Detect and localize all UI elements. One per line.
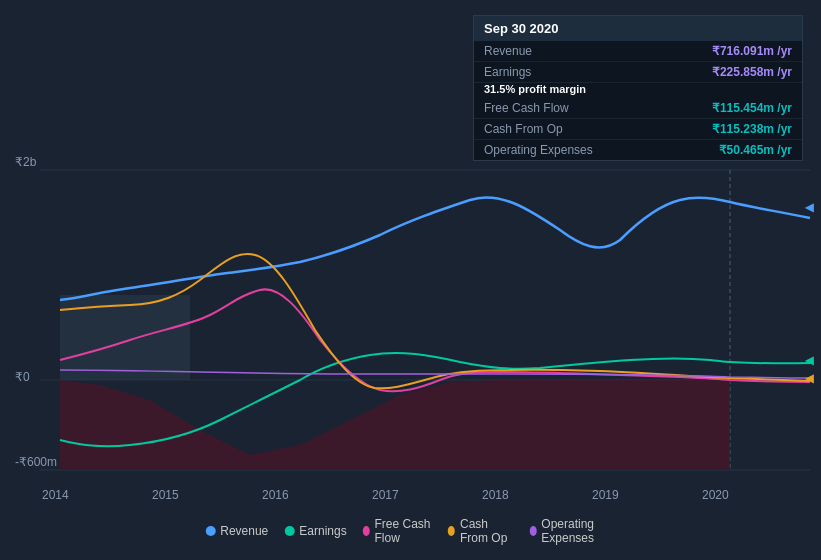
cashop-label: Cash From Op bbox=[484, 122, 563, 136]
fcf-dot bbox=[363, 526, 370, 536]
legend-item-cashop[interactable]: Cash From Op bbox=[448, 517, 513, 545]
earnings-indicator: ◀ bbox=[805, 354, 813, 367]
revenue-indicator: ◀ bbox=[805, 201, 813, 214]
legend-item-earnings[interactable]: Earnings bbox=[284, 524, 346, 538]
legend: Revenue Earnings Free Cash Flow Cash Fro… bbox=[205, 517, 616, 545]
cashop-indicator: ◀ bbox=[805, 372, 813, 385]
profit-margin: 31.5% profit margin bbox=[474, 83, 802, 98]
earnings-label: Earnings bbox=[484, 65, 531, 79]
tooltip-row-cashop: Cash From Op ₹115.238m /yr bbox=[474, 119, 802, 140]
fcf-value: ₹115.454m /yr bbox=[712, 101, 792, 115]
earnings-legend-label: Earnings bbox=[299, 524, 346, 538]
tooltip-box: Sep 30 2020 Revenue ₹716.091m /yr Earnin… bbox=[473, 15, 803, 161]
opex-label: Operating Expenses bbox=[484, 143, 593, 157]
tooltip-row-revenue: Revenue ₹716.091m /yr bbox=[474, 41, 802, 62]
x-label-2018: 2018 bbox=[482, 488, 509, 502]
legend-item-fcf[interactable]: Free Cash Flow bbox=[363, 517, 433, 545]
x-label-2020: 2020 bbox=[702, 488, 729, 502]
tooltip-row-fcf: Free Cash Flow ₹115.454m /yr bbox=[474, 98, 802, 119]
revenue-legend-label: Revenue bbox=[220, 524, 268, 538]
tooltip-row-opex: Operating Expenses ₹50.465m /yr bbox=[474, 140, 802, 160]
legend-item-revenue[interactable]: Revenue bbox=[205, 524, 268, 538]
opex-value: ₹50.465m /yr bbox=[719, 143, 792, 157]
revenue-dot bbox=[205, 526, 215, 536]
earnings-dot bbox=[284, 526, 294, 536]
revenue-label: Revenue bbox=[484, 44, 532, 58]
x-label-2017: 2017 bbox=[372, 488, 399, 502]
tooltip-title: Sep 30 2020 bbox=[474, 16, 802, 41]
chart-container: Sep 30 2020 Revenue ₹716.091m /yr Earnin… bbox=[0, 0, 821, 560]
x-label-2019: 2019 bbox=[592, 488, 619, 502]
legend-item-opex[interactable]: Operating Expenses bbox=[529, 517, 615, 545]
fcf-label: Free Cash Flow bbox=[484, 101, 569, 115]
opex-dot bbox=[529, 526, 536, 536]
cashop-legend-label: Cash From Op bbox=[460, 517, 514, 545]
cashop-value: ₹115.238m /yr bbox=[712, 122, 792, 136]
x-label-2014: 2014 bbox=[42, 488, 69, 502]
opex-legend-label: Operating Expenses bbox=[541, 517, 615, 545]
earnings-value: ₹225.858m /yr bbox=[712, 65, 792, 79]
tooltip-row-earnings: Earnings ₹225.858m /yr bbox=[474, 62, 802, 83]
x-label-2016: 2016 bbox=[262, 488, 289, 502]
fcf-legend-label: Free Cash Flow bbox=[374, 517, 432, 545]
cashop-dot bbox=[448, 526, 455, 536]
revenue-value: ₹716.091m /yr bbox=[712, 44, 792, 58]
x-label-2015: 2015 bbox=[152, 488, 179, 502]
